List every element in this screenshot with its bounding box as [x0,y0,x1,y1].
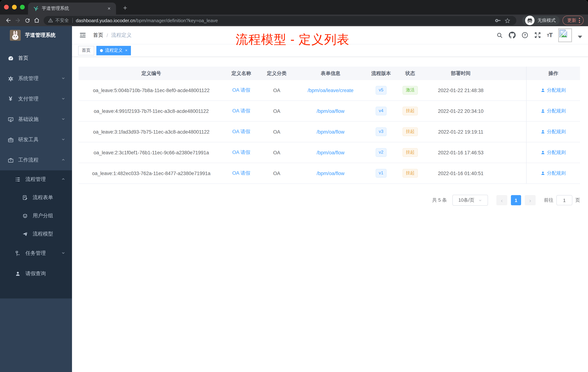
tab-strip: 芋道管理系统 × + [0,0,588,15]
next-page-button[interactable]: › [525,195,536,205]
form-link[interactable]: /bpm/oa/flow [316,108,344,114]
tag-home[interactable]: 首页 [78,46,94,55]
sidebar-item-label: 流程模型 [33,231,53,237]
avatar-caret-icon[interactable] [578,36,582,38]
definition-name-link[interactable]: OA 请假 [232,129,250,135]
close-window-button[interactable] [4,5,9,10]
list-tree-icon [15,176,21,182]
address-bar[interactable]: 不安全 dashboard.yudao.iocoder.cn /bpm/mana… [44,16,516,25]
logo-avatar [10,30,21,41]
sidebar-item-leave-query[interactable]: 请假查询 [0,263,72,284]
chevron-down-icon [61,251,65,256]
toolbox-icon [7,137,14,143]
form-edit-icon [22,195,28,201]
assign-rule-button[interactable]: 分配规则 [541,87,566,94]
assign-rule-button[interactable]: 分配规则 [541,108,566,114]
deploy-time: 2022-01-22 19:19:11 [424,121,497,142]
incognito-label: 无痕模式 [537,17,556,23]
sidebar-item-process-form[interactable]: 流程表单 [0,188,72,207]
deploy-time: 2022-01-16 01:40:51 [424,163,497,184]
active-dot [100,49,103,52]
security-label[interactable]: 不安全 [55,17,69,23]
goto-page: 前往 页 [544,195,580,205]
assign-rule-button[interactable]: 分配规则 [541,170,566,176]
tag-process-definition[interactable]: 流程定义 × [96,46,131,55]
chevron-down-icon [61,137,65,143]
sidebar: 芋道管理系统 首页 系统管理 ¥ 支付管 [0,26,72,372]
version-badge: v5 [376,86,387,94]
zoom-window-button[interactable] [20,5,25,10]
sidebar-item-task-management[interactable]: 任务管理 [0,243,72,263]
browser-tab[interactable]: 芋道管理系统 × [28,2,116,15]
svg-text:?: ? [524,33,526,37]
home-button[interactable] [32,16,42,25]
search-icon[interactable] [496,32,503,38]
sidebar-item-label: 流程表单 [33,194,53,201]
font-size-icon[interactable]: TT [547,32,552,39]
sidebar-item-label: 用户分组 [33,213,53,219]
col-header-form: 表单信息 [295,67,366,80]
url-path: /bpm/manager/definition?key=oa_leave [135,18,218,23]
sidebar-item-infrastructure[interactable]: 基础设施 [0,109,72,130]
current-page-button[interactable]: 1 [511,195,521,205]
sidebar-item-dev-tools[interactable]: 研发工具 [0,130,72,150]
definition-name-link[interactable]: OA 请假 [232,87,250,94]
monitor-icon [7,116,14,122]
breadcrumb-home[interactable]: 首页 [93,32,103,38]
app-root: 芋道管理系统 首页 系统管理 ¥ 支付管 [0,26,588,372]
sidebar-item-workflow[interactable]: 工作流程 [0,150,72,170]
definition-name-link[interactable]: OA 请假 [232,108,250,114]
sidebar-item-label: 任务管理 [25,250,46,257]
security-warning-icon [48,18,53,23]
sidebar-item-process-management[interactable]: 流程管理 [0,170,72,188]
table-row: oa_leave:4:991f2193-7b7f-11ec-a3c8-acde4… [79,101,580,121]
page-size-select[interactable]: 10条/页 [452,195,488,206]
assign-rule-button[interactable]: 分配规则 [541,149,566,156]
sidebar-item-label: 请假查询 [25,271,46,277]
goto-page-input[interactable] [556,195,572,205]
update-button[interactable]: 更新 [563,16,584,25]
forward-button[interactable] [13,16,22,25]
incognito-icon [525,16,535,25]
help-icon[interactable]: ? [521,32,528,39]
select-chevron-icon [478,198,482,202]
bookmark-star-icon[interactable] [503,16,512,25]
chevron-down-icon [61,76,65,82]
menu-kebab-icon[interactable] [579,18,580,23]
navbar-actions: ? TT [496,28,582,42]
github-icon[interactable] [509,32,516,39]
definition-name-link[interactable]: OA 请假 [232,170,250,176]
sidebar-item-process-model[interactable]: 流程模型 [0,225,72,243]
new-tab-button[interactable]: + [120,3,130,13]
sidebar-item-label: 系统管理 [18,75,39,82]
form-link[interactable]: /bpm/oa/flow [316,150,344,155]
table-row: oa_leave:5:004b710b-7b8a-11ec-8ef0-acde4… [79,80,580,101]
sidebar-logo[interactable]: 芋道管理系统 [0,26,72,44]
definition-name-link[interactable]: OA 请假 [232,149,250,156]
user-icon [541,150,545,155]
sidebar-item-payment[interactable]: ¥ 支付管理 [0,89,72,109]
fullscreen-icon[interactable] [534,32,541,39]
assign-rule-button[interactable]: 分配规则 [541,129,566,135]
definition-id: oa_leave:2:3c1f0ef1-76b1-11ec-9c66-a2380… [79,142,224,163]
sidebar-item-label: 流程管理 [25,176,46,183]
reload-button[interactable] [22,16,32,25]
version-badge: v1 [376,169,387,177]
browser-toolbar: 不安全 dashboard.yudao.iocoder.cn /bpm/mana… [0,15,588,26]
sidebar-item-user-group[interactable]: 用户分组 [0,207,72,225]
tag-close-icon[interactable]: × [125,48,127,52]
sidebar-item-home[interactable]: 首页 [0,48,72,68]
stage: 芋道管理系统 × + 不安全 dashboard.yudao.iocoder.c… [0,0,588,372]
form-link[interactable]: /bpm/oa/leave/create [308,88,353,93]
minimize-window-button[interactable] [12,5,17,10]
prev-page-button[interactable]: ‹ [496,195,507,205]
col-header-actions: 操作 [526,67,580,80]
tab-close-icon[interactable]: × [106,5,112,12]
back-button[interactable] [4,16,13,25]
form-link[interactable]: /bpm/oa/flow [316,171,344,176]
avatar[interactable] [558,28,572,42]
form-link[interactable]: /bpm/oa/flow [316,129,344,134]
password-key-icon[interactable] [493,16,503,25]
sidebar-collapse-icon[interactable] [78,30,87,40]
sidebar-item-system[interactable]: 系统管理 [0,68,72,89]
